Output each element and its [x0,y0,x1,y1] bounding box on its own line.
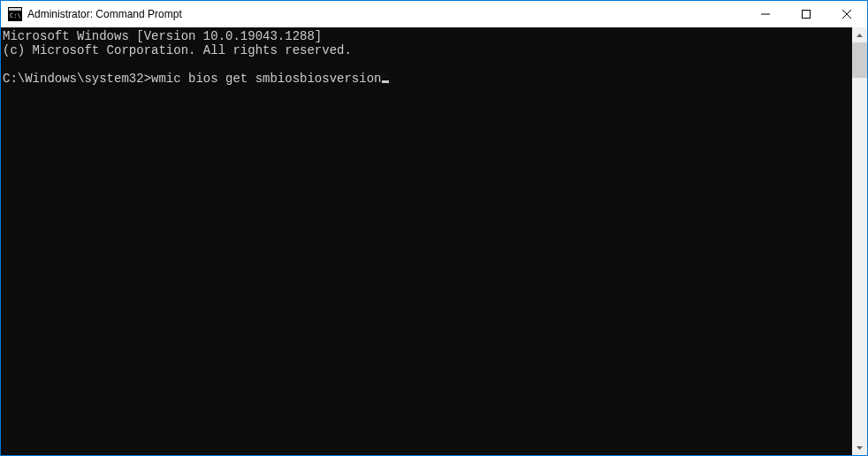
svg-marker-7 [857,34,863,37]
scroll-track[interactable] [852,42,867,440]
copyright-line: (c) Microsoft Corporation. All rights re… [3,43,352,57]
command-prompt-window: C:\ Administrator: Command Prompt Micros… [0,0,868,456]
scroll-up-button[interactable] [852,27,867,42]
maximize-button[interactable] [786,1,826,27]
window-controls [745,1,867,27]
command-input: wmic bios get smbiosbiosversion [151,72,381,86]
window-title: Administrator: Command Prompt [27,8,182,20]
scroll-down-button[interactable] [852,440,867,455]
prompt: C:\Windows\system32> [3,72,151,86]
svg-text:C:\: C:\ [10,12,21,19]
svg-marker-8 [857,446,863,450]
svg-rect-4 [803,11,811,19]
console-area: Microsoft Windows [Version 10.0.19043.12… [1,27,867,455]
titlebar[interactable]: C:\ Administrator: Command Prompt [1,1,867,27]
scroll-thumb[interactable] [852,42,867,78]
console-output[interactable]: Microsoft Windows [Version 10.0.19043.12… [1,27,852,455]
close-button[interactable] [826,1,867,27]
minimize-button[interactable] [745,1,786,27]
svg-rect-1 [9,8,21,11]
text-cursor [382,80,389,83]
vertical-scrollbar[interactable] [852,27,867,455]
version-line: Microsoft Windows [Version 10.0.19043.12… [3,29,322,43]
cmd-icon: C:\ [8,7,22,21]
